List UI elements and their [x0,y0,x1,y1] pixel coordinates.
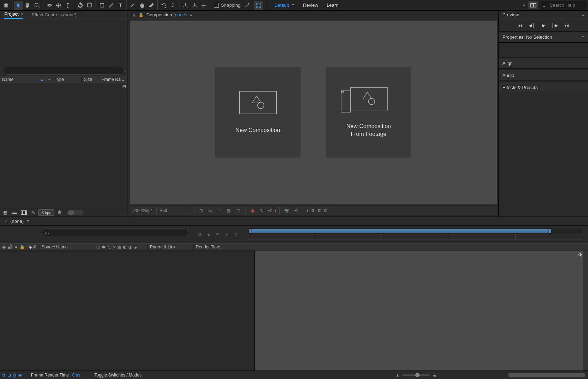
previous-frame-button[interactable]: ◀│ [529,23,535,28]
search-help-input[interactable] [540,1,587,10]
properties-panel-menu-icon[interactable]: ≡ [582,34,584,40]
toggle-switches-modes-button[interactable]: Toggle Switches / Modes [87,373,149,378]
workspace-default-menu-icon[interactable]: ≡ [292,2,295,8]
solo-column-icon[interactable]: ● [14,245,18,249]
shape-tool[interactable] [97,1,107,10]
pan-tool[interactable] [54,1,63,10]
lock-column-icon[interactable]: 🔒 [20,245,25,249]
fx-switch-icon[interactable]: fx [112,245,117,249]
snap-expand-icon[interactable] [254,1,263,10]
project-column-type[interactable]: Type [53,77,82,82]
timeline-zoom-slider[interactable] [402,374,430,376]
home-button[interactable] [1,1,11,10]
lock-icon[interactable]: 🔒 [139,13,144,19]
snapping-toggle[interactable]: Snapping [214,1,241,10]
toggle-render-time-icon[interactable]: ◉ [18,373,22,378]
resolution-dropdown[interactable]: Full [160,208,186,213]
snapshot-icon[interactable]: 📷 [283,208,290,214]
parent-link-column[interactable]: Parent & Link [148,245,193,249]
selection-tool[interactable] [14,1,23,10]
project-tab[interactable]: Project≡ [4,11,23,19]
zoom-tool[interactable] [32,1,42,10]
project-search-input[interactable] [3,67,125,75]
last-frame-button[interactable]: ⏭ [565,23,569,28]
hand-tool[interactable] [23,1,32,10]
grid-icon[interactable]: ⊡ [234,208,242,214]
project-items-list[interactable]: ⊞ [0,83,128,208]
timeline-horizontal-scrollbar[interactable] [508,373,586,378]
new-composition-from-footage-button[interactable]: New Composition From Footage [326,67,411,158]
bit-depth-button[interactable]: 8 bpc [38,209,54,216]
layer-number-column[interactable]: # [32,245,39,249]
zoom-level-dropdown[interactable]: (8600%) ˅ [133,208,153,213]
label-column-icon[interactable]: ◆ [27,245,32,249]
play-button[interactable]: ▶ [542,23,545,28]
new-composition-button[interactable]: New Composition [215,67,301,158]
quality-switch-icon[interactable]: ╲ [106,245,111,249]
flowchart-icon[interactable]: ⊞ [122,84,126,89]
clone-stamp-tool[interactable] [137,1,147,10]
adjustment-switch-icon[interactable]: ◑ [128,245,133,249]
collapse-switch-icon[interactable]: ✱ [101,245,106,249]
rotate-tool[interactable] [76,1,85,10]
project-settings-button[interactable]: ✎ [29,209,37,216]
project-column-size[interactable]: Size [82,77,99,82]
timeline-vertical-scrollbar[interactable] [583,251,588,370]
next-frame-button[interactable]: │▶ [552,23,558,28]
color-management-icon[interactable]: ◉ [249,208,256,214]
effect-controls-tab[interactable]: Effect Controls (none) [32,12,76,19]
reset-exposure-icon[interactable]: ↻ [258,208,265,214]
video-column-icon[interactable]: ◉ [1,245,6,249]
new-composition-button[interactable] [20,209,28,216]
project-column-label[interactable] [46,77,53,82]
timeline-search-input[interactable] [42,229,189,236]
composition-tab[interactable]: Composition (none) [146,12,187,19]
local-axis-icon[interactable] [181,1,190,10]
project-column-name[interactable]: Name▲ [0,77,46,82]
delete-button[interactable]: 🗑 [56,209,64,216]
project-panel-menu-icon[interactable]: ≡ [21,12,23,16]
project-thumbnail-slider[interactable] [67,210,83,215]
toggle-in-out-icon[interactable]: {} [13,373,16,378]
brush-tool[interactable] [128,1,137,10]
project-column-framerate[interactable]: Frame Ra... [99,77,128,82]
sync-settings-button[interactable] [528,1,538,9]
render-time-column[interactable]: Render Time [194,245,235,249]
show-snapshot-icon[interactable]: ⟲ [292,208,300,214]
close-tab-button[interactable]: × [132,12,136,19]
timeline-track-area[interactable]: ⬗ [254,251,588,370]
puppet-tool[interactable] [168,1,178,10]
composition-mini-flowchart-icon[interactable]: ⧉ [198,232,201,237]
workspace-overflow-icon[interactable]: » [522,2,525,8]
audio-panel-header[interactable]: Audio [499,70,588,81]
work-area-end-handle[interactable] [549,229,551,234]
dolly-tool[interactable] [63,1,72,10]
frame-blend-icon[interactable]: ⊘ [225,232,228,237]
orbit-tool[interactable] [45,1,54,10]
current-time-display[interactable]: 0:00:00:00 [307,208,327,213]
preview-panel-menu-icon[interactable]: ≡ [582,12,584,17]
toggle-modes-icon[interactable]: ⊡ [7,373,11,378]
marker-bin-icon[interactable]: ⬗ [578,251,582,257]
workspace-default[interactable]: Default [274,2,289,8]
shy-switch-icon[interactable]: ⬡ [96,245,101,249]
view-axis-icon[interactable] [199,1,209,10]
channel-icon[interactable]: ▦ [225,208,232,214]
workspace-review[interactable]: Review [303,2,318,8]
motion-blur-switch-icon[interactable]: ◐ [122,245,127,249]
zoom-in-icon[interactable]: ⛰ [432,373,437,378]
new-folder-button[interactable]: ▬ [11,209,18,216]
camera-tool[interactable] [85,1,94,10]
text-tool[interactable] [116,1,125,10]
exposure-value[interactable]: +0.0 [268,208,276,213]
interpret-footage-button[interactable]: ▦ [1,209,9,216]
region-of-interest-icon[interactable]: ⬚ [216,208,223,214]
work-area-start-handle[interactable] [249,229,252,234]
close-timeline-tab-button[interactable]: × [4,219,7,225]
align-panel-header[interactable]: Align [499,57,588,69]
3d-switch-icon[interactable]: ◈ [133,245,138,249]
source-name-column[interactable]: Source Name [39,245,95,249]
toggle-switches-icon[interactable]: ⧉ [2,373,5,378]
pen-tool[interactable] [107,1,116,10]
work-area-bar[interactable] [250,229,550,233]
